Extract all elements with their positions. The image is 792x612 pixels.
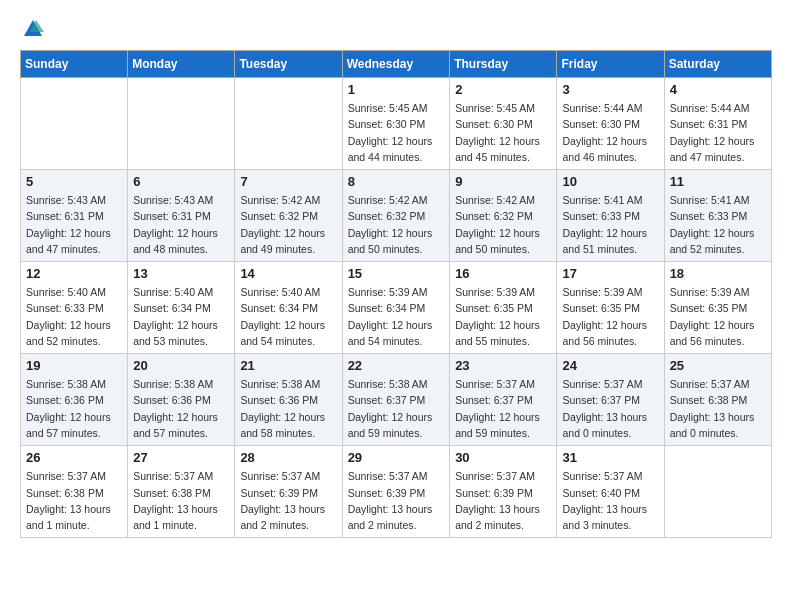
- day-header-thursday: Thursday: [450, 51, 557, 78]
- calendar-cell: 26Sunrise: 5:37 AM Sunset: 6:38 PM Dayli…: [21, 446, 128, 538]
- calendar-cell: 8Sunrise: 5:42 AM Sunset: 6:32 PM Daylig…: [342, 170, 450, 262]
- calendar-cell: 2Sunrise: 5:45 AM Sunset: 6:30 PM Daylig…: [450, 78, 557, 170]
- calendar-cell: 5Sunrise: 5:43 AM Sunset: 6:31 PM Daylig…: [21, 170, 128, 262]
- day-info: Sunrise: 5:38 AM Sunset: 6:37 PM Dayligh…: [348, 376, 445, 441]
- day-number: 9: [455, 174, 551, 189]
- day-number: 28: [240, 450, 336, 465]
- calendar-cell: 25Sunrise: 5:37 AM Sunset: 6:38 PM Dayli…: [664, 354, 771, 446]
- day-number: 30: [455, 450, 551, 465]
- day-info: Sunrise: 5:39 AM Sunset: 6:35 PM Dayligh…: [562, 284, 658, 349]
- day-number: 1: [348, 82, 445, 97]
- day-number: 6: [133, 174, 229, 189]
- day-header-sunday: Sunday: [21, 51, 128, 78]
- calendar-cell: 14Sunrise: 5:40 AM Sunset: 6:34 PM Dayli…: [235, 262, 342, 354]
- day-number: 7: [240, 174, 336, 189]
- day-number: 16: [455, 266, 551, 281]
- day-number: 5: [26, 174, 122, 189]
- day-info: Sunrise: 5:41 AM Sunset: 6:33 PM Dayligh…: [670, 192, 766, 257]
- day-info: Sunrise: 5:42 AM Sunset: 6:32 PM Dayligh…: [348, 192, 445, 257]
- calendar-cell: 28Sunrise: 5:37 AM Sunset: 6:39 PM Dayli…: [235, 446, 342, 538]
- logo-icon: [22, 18, 44, 40]
- calendar-cell: [664, 446, 771, 538]
- day-info: Sunrise: 5:37 AM Sunset: 6:38 PM Dayligh…: [26, 468, 122, 533]
- day-info: Sunrise: 5:38 AM Sunset: 6:36 PM Dayligh…: [26, 376, 122, 441]
- calendar-week-row: 5Sunrise: 5:43 AM Sunset: 6:31 PM Daylig…: [21, 170, 772, 262]
- calendar-cell: 7Sunrise: 5:42 AM Sunset: 6:32 PM Daylig…: [235, 170, 342, 262]
- day-number: 14: [240, 266, 336, 281]
- day-info: Sunrise: 5:41 AM Sunset: 6:33 PM Dayligh…: [562, 192, 658, 257]
- calendar-week-row: 1Sunrise: 5:45 AM Sunset: 6:30 PM Daylig…: [21, 78, 772, 170]
- day-number: 2: [455, 82, 551, 97]
- day-number: 21: [240, 358, 336, 373]
- day-info: Sunrise: 5:37 AM Sunset: 6:39 PM Dayligh…: [455, 468, 551, 533]
- day-info: Sunrise: 5:37 AM Sunset: 6:40 PM Dayligh…: [562, 468, 658, 533]
- day-info: Sunrise: 5:44 AM Sunset: 6:30 PM Dayligh…: [562, 100, 658, 165]
- day-number: 13: [133, 266, 229, 281]
- day-number: 29: [348, 450, 445, 465]
- calendar-cell: 30Sunrise: 5:37 AM Sunset: 6:39 PM Dayli…: [450, 446, 557, 538]
- calendar-cell: 18Sunrise: 5:39 AM Sunset: 6:35 PM Dayli…: [664, 262, 771, 354]
- calendar-cell: 12Sunrise: 5:40 AM Sunset: 6:33 PM Dayli…: [21, 262, 128, 354]
- day-info: Sunrise: 5:45 AM Sunset: 6:30 PM Dayligh…: [348, 100, 445, 165]
- calendar-cell: 22Sunrise: 5:38 AM Sunset: 6:37 PM Dayli…: [342, 354, 450, 446]
- day-number: 10: [562, 174, 658, 189]
- day-number: 19: [26, 358, 122, 373]
- calendar-cell: [235, 78, 342, 170]
- day-number: 20: [133, 358, 229, 373]
- calendar-cell: 1Sunrise: 5:45 AM Sunset: 6:30 PM Daylig…: [342, 78, 450, 170]
- day-number: 23: [455, 358, 551, 373]
- day-info: Sunrise: 5:40 AM Sunset: 6:34 PM Dayligh…: [133, 284, 229, 349]
- calendar-cell: 31Sunrise: 5:37 AM Sunset: 6:40 PM Dayli…: [557, 446, 664, 538]
- day-number: 4: [670, 82, 766, 97]
- calendar-cell: 16Sunrise: 5:39 AM Sunset: 6:35 PM Dayli…: [450, 262, 557, 354]
- calendar-cell: 24Sunrise: 5:37 AM Sunset: 6:37 PM Dayli…: [557, 354, 664, 446]
- calendar-cell: 9Sunrise: 5:42 AM Sunset: 6:32 PM Daylig…: [450, 170, 557, 262]
- calendar-cell: 15Sunrise: 5:39 AM Sunset: 6:34 PM Dayli…: [342, 262, 450, 354]
- page-header: [20, 20, 772, 34]
- calendar-cell: 29Sunrise: 5:37 AM Sunset: 6:39 PM Dayli…: [342, 446, 450, 538]
- day-number: 18: [670, 266, 766, 281]
- day-info: Sunrise: 5:42 AM Sunset: 6:32 PM Dayligh…: [240, 192, 336, 257]
- day-info: Sunrise: 5:39 AM Sunset: 6:34 PM Dayligh…: [348, 284, 445, 349]
- day-info: Sunrise: 5:37 AM Sunset: 6:38 PM Dayligh…: [133, 468, 229, 533]
- calendar-cell: 21Sunrise: 5:38 AM Sunset: 6:36 PM Dayli…: [235, 354, 342, 446]
- day-number: 17: [562, 266, 658, 281]
- calendar-cell: 3Sunrise: 5:44 AM Sunset: 6:30 PM Daylig…: [557, 78, 664, 170]
- day-number: 24: [562, 358, 658, 373]
- calendar-cell: 19Sunrise: 5:38 AM Sunset: 6:36 PM Dayli…: [21, 354, 128, 446]
- day-info: Sunrise: 5:43 AM Sunset: 6:31 PM Dayligh…: [133, 192, 229, 257]
- day-number: 25: [670, 358, 766, 373]
- day-number: 27: [133, 450, 229, 465]
- calendar-cell: 11Sunrise: 5:41 AM Sunset: 6:33 PM Dayli…: [664, 170, 771, 262]
- day-number: 3: [562, 82, 658, 97]
- day-header-wednesday: Wednesday: [342, 51, 450, 78]
- day-number: 11: [670, 174, 766, 189]
- day-header-friday: Friday: [557, 51, 664, 78]
- day-number: 12: [26, 266, 122, 281]
- calendar-cell: [21, 78, 128, 170]
- day-info: Sunrise: 5:38 AM Sunset: 6:36 PM Dayligh…: [133, 376, 229, 441]
- calendar-cell: 27Sunrise: 5:37 AM Sunset: 6:38 PM Dayli…: [128, 446, 235, 538]
- day-number: 31: [562, 450, 658, 465]
- day-info: Sunrise: 5:37 AM Sunset: 6:38 PM Dayligh…: [670, 376, 766, 441]
- day-info: Sunrise: 5:45 AM Sunset: 6:30 PM Dayligh…: [455, 100, 551, 165]
- day-header-monday: Monday: [128, 51, 235, 78]
- calendar-cell: 6Sunrise: 5:43 AM Sunset: 6:31 PM Daylig…: [128, 170, 235, 262]
- calendar-week-row: 19Sunrise: 5:38 AM Sunset: 6:36 PM Dayli…: [21, 354, 772, 446]
- day-info: Sunrise: 5:37 AM Sunset: 6:37 PM Dayligh…: [455, 376, 551, 441]
- day-number: 8: [348, 174, 445, 189]
- calendar-cell: 23Sunrise: 5:37 AM Sunset: 6:37 PM Dayli…: [450, 354, 557, 446]
- day-info: Sunrise: 5:44 AM Sunset: 6:31 PM Dayligh…: [670, 100, 766, 165]
- day-header-tuesday: Tuesday: [235, 51, 342, 78]
- day-number: 26: [26, 450, 122, 465]
- day-info: Sunrise: 5:42 AM Sunset: 6:32 PM Dayligh…: [455, 192, 551, 257]
- calendar-header-row: SundayMondayTuesdayWednesdayThursdayFrid…: [21, 51, 772, 78]
- calendar-week-row: 26Sunrise: 5:37 AM Sunset: 6:38 PM Dayli…: [21, 446, 772, 538]
- day-info: Sunrise: 5:40 AM Sunset: 6:34 PM Dayligh…: [240, 284, 336, 349]
- day-info: Sunrise: 5:39 AM Sunset: 6:35 PM Dayligh…: [670, 284, 766, 349]
- calendar-table: SundayMondayTuesdayWednesdayThursdayFrid…: [20, 50, 772, 538]
- day-info: Sunrise: 5:43 AM Sunset: 6:31 PM Dayligh…: [26, 192, 122, 257]
- day-number: 15: [348, 266, 445, 281]
- calendar-week-row: 12Sunrise: 5:40 AM Sunset: 6:33 PM Dayli…: [21, 262, 772, 354]
- day-info: Sunrise: 5:37 AM Sunset: 6:39 PM Dayligh…: [240, 468, 336, 533]
